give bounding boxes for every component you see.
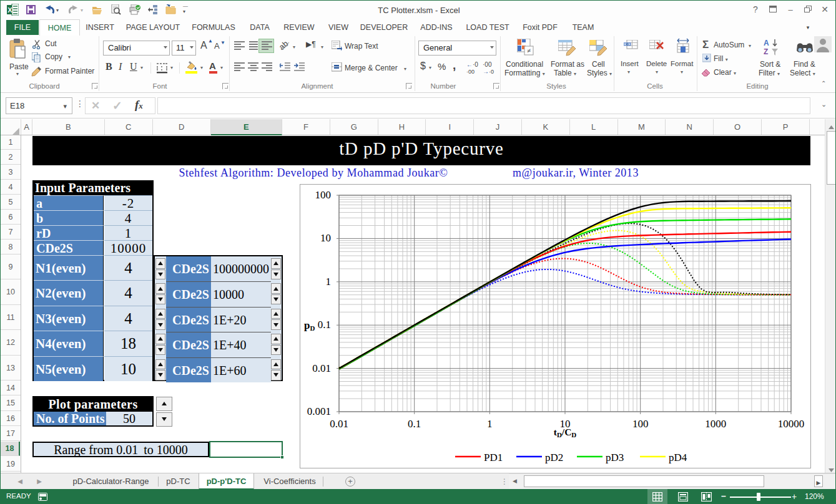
svg-text:100: 100 [315,189,332,201]
svg-text:pD3: pD3 [606,452,624,463]
svg-text:100: 100 [632,418,648,430]
svg-text:0.1: 0.1 [408,418,421,430]
svg-text:10000: 10000 [778,418,805,430]
svg-text:0.01: 0.01 [312,362,331,374]
svg-text:X: X [7,6,12,14]
svg-text:A: A [764,39,769,47]
svg-text:pD2: pD2 [545,452,563,463]
svg-text:PD1: PD1 [484,452,503,463]
svg-text:≠: ≠ [527,47,531,54]
svg-text:0.001: 0.001 [307,405,331,417]
svg-text:0.01: 0.01 [330,418,348,430]
svg-text:10: 10 [320,232,331,244]
svg-text:Z: Z [764,47,768,56]
svg-text:pD4: pD4 [669,452,687,463]
svg-text:1: 1 [326,276,332,288]
svg-text:1000: 1000 [705,418,726,430]
svg-text:1: 1 [487,418,493,430]
svg-text:0.1: 0.1 [318,319,331,331]
